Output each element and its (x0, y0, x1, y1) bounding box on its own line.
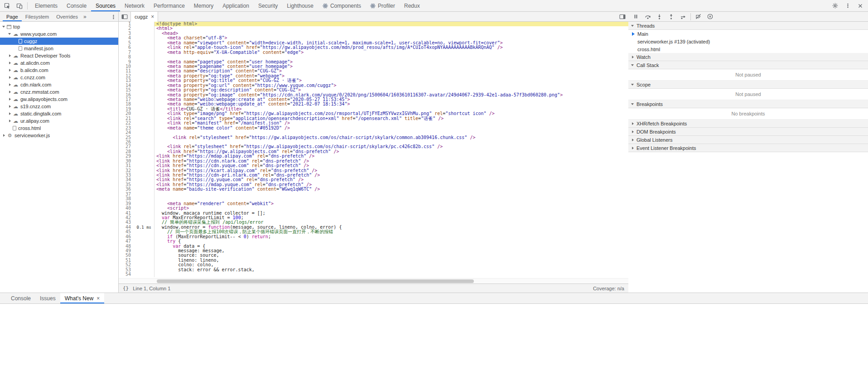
collapse-arrow[interactable] (631, 63, 635, 67)
line-number[interactable]: 40 (119, 206, 131, 211)
section-header-event-listener-breakpoints[interactable]: Event Listener Breakpoints (628, 144, 868, 152)
close-tab-icon[interactable]: × (151, 14, 154, 19)
code-token: var (162, 216, 170, 220)
editor-tab-cuggz[interactable]: cuggz × (130, 12, 158, 22)
collapse-arrow[interactable] (631, 102, 635, 106)
inspect-element-icon[interactable] (1, 1, 13, 11)
expand-arrow[interactable] (8, 97, 12, 101)
drawer-tab-issues[interactable]: Issues (35, 293, 60, 303)
tree-item-static-dingtalk-com[interactable]: static.dingtalk.com (0, 110, 118, 117)
tree-item-at-alicdn-com[interactable]: at.alicdn.com (0, 59, 118, 67)
tree-item-ur-alipay-com[interactable]: ur.alipay.com (0, 117, 118, 125)
expand-arrow[interactable] (8, 61, 12, 65)
tab-redux[interactable]: Redux (400, 0, 424, 11)
thread-cross-html[interactable]: cross.html (628, 45, 868, 53)
expand-arrow[interactable] (8, 111, 12, 116)
navigator-kebab-icon[interactable] (108, 12, 118, 22)
line-number[interactable]: 54 (119, 272, 131, 277)
tree-item-cuggz[interactable]: cuggz (0, 38, 118, 45)
tab-profiler[interactable]: Profiler (366, 0, 400, 11)
tab-network[interactable]: Network (120, 0, 149, 11)
expand-arrow[interactable] (8, 90, 12, 94)
tree-item-www-yuque-com[interactable]: www.yuque.com (0, 30, 118, 38)
thread-serviceworker-js-139-activated[interactable]: serviceworker.js #139 (activated) (628, 38, 868, 45)
section-header-breakpoints[interactable]: Breakpoints (628, 100, 868, 108)
tree-item-cdn-nlark-com[interactable]: cdn.nlark.com (0, 81, 118, 88)
expand-arrow[interactable] (8, 104, 12, 109)
section-header-global-listeners[interactable]: Global Listeners (628, 136, 868, 144)
close-tab-icon[interactable]: × (96, 296, 100, 301)
tab-performance[interactable]: Performance (149, 0, 189, 11)
section-header-dom-breakpoints[interactable]: DOM Breakpoints (628, 128, 868, 136)
horizontal-scrollbar[interactable] (119, 278, 628, 284)
tree-item-gw-alipayobjects-com[interactable]: gw.alipayobjects.com (0, 96, 118, 103)
drawer-tab-what-s-new[interactable]: What's New× (60, 293, 105, 303)
collapse-arrow[interactable] (631, 82, 635, 87)
expand-arrow[interactable] (2, 133, 6, 138)
tree-item-b-alicdn-com[interactable]: b.alicdn.com (0, 67, 118, 74)
step-button[interactable] (677, 12, 689, 21)
tab-elements[interactable]: Elements (30, 0, 62, 11)
line-number[interactable]: 47 (119, 239, 131, 244)
expand-arrow[interactable] (631, 138, 635, 142)
tree-item-cross-html[interactable]: cross.html (0, 125, 118, 132)
settings-gear-icon[interactable] (829, 1, 841, 11)
tree-item-react-developer-tools[interactable]: React Developer Tools (0, 52, 118, 59)
tree-item-c-cnzz-com[interactable]: c.cnzz.com (0, 74, 118, 81)
navigator-tab-page[interactable]: Page (3, 12, 22, 21)
thread-main[interactable]: Main (628, 30, 868, 38)
step-into-button[interactable] (654, 12, 665, 21)
pretty-print-button[interactable]: {} (123, 285, 129, 291)
tree-item-top[interactable]: top (0, 23, 118, 30)
expand-arrow[interactable] (8, 68, 12, 72)
tree-item-s19-cnzz-com[interactable]: s19.cnzz.com (0, 103, 118, 110)
section-header-threads[interactable]: Threads (628, 22, 868, 30)
collapse-arrow[interactable] (8, 32, 12, 36)
expand-arrow[interactable] (631, 130, 635, 134)
expand-arrow[interactable] (631, 146, 635, 150)
navigator-tab-filesystem[interactable]: Filesystem (22, 12, 53, 21)
debugger-toggle-icon[interactable] (617, 12, 628, 21)
expand-arrow[interactable] (8, 53, 12, 58)
navigator-toggle-icon[interactable] (119, 12, 130, 21)
step-over-button[interactable] (642, 12, 653, 21)
more-tabs-chevron[interactable]: » (82, 12, 88, 21)
section-header-watch[interactable]: Watch (628, 53, 868, 61)
tab-security[interactable]: Security (254, 0, 282, 11)
tab-console[interactable]: Console (62, 0, 91, 11)
section-header-xhr-fetch-breakpoints[interactable]: XHR/fetch Breakpoints (628, 120, 868, 128)
step-out-button[interactable] (665, 12, 677, 21)
kebab-menu-icon[interactable] (842, 1, 854, 11)
deactivate-breakpoints-button[interactable] (693, 12, 704, 21)
tab-lighthouse[interactable]: Lighthouse (282, 0, 318, 11)
expand-arrow[interactable] (631, 55, 635, 59)
navigator-tab-overrides[interactable]: Overrides (53, 12, 82, 21)
section-header-call-stack[interactable]: Call Stack (628, 61, 868, 69)
tree-item-manifest-json[interactable]: manifest.json (0, 45, 118, 52)
line-number[interactable]: 31 (119, 163, 131, 168)
tab-sources[interactable]: Sources (91, 0, 120, 11)
tree-item-cnzz-mmstat-com[interactable]: cnzz.mmstat.com (0, 88, 118, 96)
tab-components[interactable]: Components (318, 0, 366, 11)
drawer-tab-console[interactable]: Console (6, 293, 35, 303)
code-editor[interactable]: 1<!doctype html>2<html>3 <head>4 <meta c… (119, 22, 628, 278)
close-devtools-icon[interactable] (854, 1, 866, 11)
tab-application[interactable]: Application (218, 0, 254, 11)
line-number[interactable]: 15 (119, 88, 131, 92)
expand-arrow[interactable] (8, 82, 12, 87)
device-toolbar-icon[interactable] (14, 1, 25, 11)
collapse-arrow[interactable] (2, 24, 6, 29)
expand-arrow[interactable] (8, 75, 12, 80)
line-number[interactable]: 24 (119, 130, 131, 135)
pause-on-exceptions-button[interactable] (704, 12, 716, 21)
scrollbar-thumb[interactable] (157, 279, 474, 283)
section-header-scope[interactable]: Scope (628, 81, 868, 89)
line-number[interactable]: 8 (119, 55, 131, 59)
tab-memory[interactable]: Memory (189, 0, 218, 11)
expand-arrow[interactable] (631, 121, 635, 126)
code-token (156, 31, 162, 36)
collapse-arrow[interactable] (631, 24, 635, 28)
tree-item-serviceworker-js[interactable]: serviceworker.js (0, 132, 118, 139)
expand-arrow[interactable] (8, 119, 12, 123)
pause-script-button[interactable] (630, 12, 641, 21)
